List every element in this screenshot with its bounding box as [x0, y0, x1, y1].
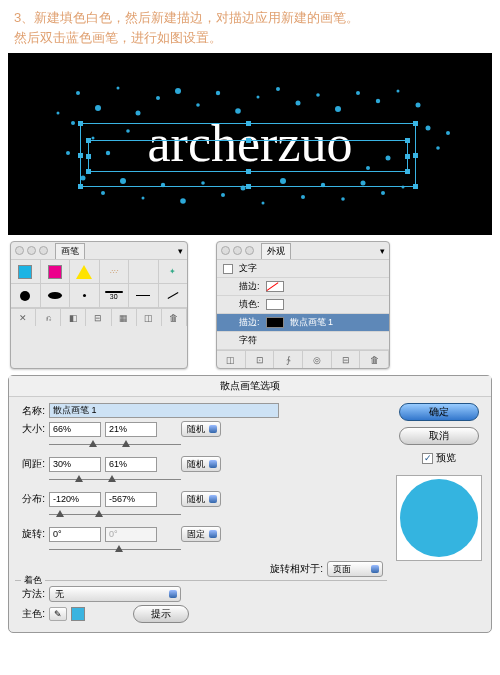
none-icon — [266, 281, 284, 292]
svg-point-6 — [196, 103, 200, 107]
brush-swatch[interactable] — [70, 284, 100, 307]
relative-dropdown[interactable]: 页面 — [327, 561, 383, 577]
size-mode[interactable]: 随机 — [181, 421, 221, 437]
spacing-mode[interactable]: 随机 — [181, 456, 221, 472]
svg-point-28 — [180, 198, 186, 204]
appear-type-row: 文字 — [217, 260, 389, 278]
appear-stroke-row[interactable]: 描边: — [217, 278, 389, 296]
fill-swatch — [266, 299, 284, 310]
svg-point-1 — [95, 105, 101, 111]
scatter-input-1[interactable]: -120% — [49, 492, 101, 507]
svg-point-4 — [156, 96, 160, 100]
svg-point-9 — [257, 96, 260, 99]
spacing-input-2[interactable]: 61% — [105, 457, 157, 472]
appear-fill-row[interactable]: 填色: — [217, 296, 389, 314]
brush-row-2: 30 — [11, 284, 187, 308]
color-method[interactable]: 无 — [49, 586, 181, 602]
key-color-swatch[interactable] — [71, 607, 85, 621]
panel-menu-icon[interactable]: ▾ — [380, 246, 385, 256]
appear-stroke-selected[interactable]: 描边:散点画笔 1 — [217, 314, 389, 332]
name-input[interactable]: 散点画笔 1 — [49, 403, 279, 418]
tool-icon[interactable]: ⎌ — [36, 309, 61, 326]
svg-point-26 — [142, 197, 145, 200]
brush-swatch[interactable] — [41, 260, 71, 283]
size-input-2[interactable]: 21% — [105, 422, 157, 437]
svg-point-24 — [101, 191, 105, 195]
window-buttons[interactable] — [15, 246, 48, 255]
new-brush-icon[interactable]: ◫ — [137, 309, 162, 326]
svg-point-36 — [341, 197, 345, 201]
swatch-icon — [223, 264, 233, 274]
scatter-mode[interactable]: 随机 — [181, 491, 221, 507]
tool-icon[interactable]: ▦ — [112, 309, 137, 326]
brush-swatch[interactable] — [41, 284, 71, 307]
appear-char-row[interactable]: 字符 — [217, 332, 389, 350]
ok-button[interactable]: 确定 — [399, 403, 479, 421]
window-buttons[interactable] — [221, 246, 254, 255]
scatter-slider[interactable] — [49, 510, 181, 520]
rotate-input-2: 0° — [105, 527, 157, 542]
svg-point-7 — [216, 91, 220, 95]
preview-checkbox[interactable]: ✓预览 — [422, 451, 456, 465]
svg-point-20 — [426, 126, 431, 131]
svg-point-34 — [301, 195, 305, 199]
svg-point-0 — [76, 91, 80, 95]
preview-box — [396, 475, 482, 561]
eyedropper-icon[interactable]: ✎ — [49, 607, 67, 621]
tool-icon[interactable]: ◫ — [217, 351, 246, 368]
brush-swatch[interactable]: ✦ — [159, 260, 188, 283]
svg-point-30 — [221, 193, 225, 197]
cancel-button[interactable]: 取消 — [399, 427, 479, 445]
svg-point-32 — [262, 202, 265, 205]
svg-point-11 — [296, 101, 301, 106]
stroke-swatch — [266, 317, 284, 328]
appearance-panel[interactable]: 外观▾ 文字 描边: 填色: 描边:散点画笔 1 字符 ◫⊡∱◎⊟🗑 — [216, 241, 390, 369]
artboard[interactable]: archerzuo — [8, 53, 492, 235]
rotate-slider[interactable] — [49, 545, 181, 555]
tool-icon[interactable]: ∱ — [274, 351, 303, 368]
brush-swatch[interactable] — [159, 284, 188, 307]
tool-icon[interactable]: ◎ — [303, 351, 332, 368]
svg-point-18 — [71, 121, 75, 125]
panel-menu-icon[interactable]: ▾ — [178, 246, 183, 256]
scatter-input-2[interactable]: -567% — [105, 492, 157, 507]
tool-icon[interactable]: ⊟ — [332, 351, 361, 368]
svg-point-12 — [316, 93, 320, 97]
svg-point-44 — [57, 112, 60, 115]
brush-swatch[interactable] — [11, 284, 41, 307]
brushes-panel[interactable]: 画笔▾ ∴∵ ✦ 30 ✕⎌◧⊟▦◫🗑 — [10, 241, 188, 369]
spacing-slider[interactable] — [49, 475, 181, 485]
trash-icon[interactable]: 🗑 — [360, 351, 389, 368]
spacing-input-1[interactable]: 30% — [49, 457, 101, 472]
tool-icon[interactable]: ✕ — [11, 309, 36, 326]
brush-swatch[interactable] — [129, 284, 159, 307]
panel-toolbar: ✕⎌◧⊟▦◫🗑 — [11, 308, 187, 326]
brush-swatch[interactable] — [129, 260, 159, 283]
rotate-input-1[interactable]: 0° — [49, 527, 101, 542]
tool-icon[interactable]: ⊡ — [246, 351, 275, 368]
tab-appearance[interactable]: 外观 — [261, 243, 291, 259]
size-input-1[interactable]: 66% — [49, 422, 101, 437]
hint-button[interactable]: 提示 — [133, 605, 189, 623]
size-slider[interactable] — [49, 440, 181, 450]
tool-icon[interactable]: ◧ — [61, 309, 86, 326]
svg-point-45 — [446, 131, 450, 135]
svg-point-17 — [416, 103, 421, 108]
brush-swatch[interactable] — [70, 260, 100, 283]
svg-point-13 — [335, 106, 341, 112]
svg-point-22 — [436, 146, 440, 150]
brush-swatch[interactable]: 30 — [100, 284, 130, 307]
preview-circle — [400, 479, 478, 557]
brush-row-1: ∴∵ ✦ — [11, 260, 187, 284]
tool-icon[interactable]: ⊟ — [86, 309, 111, 326]
svg-point-5 — [175, 88, 181, 94]
brush-swatch[interactable]: ∴∵ — [100, 260, 130, 283]
svg-point-8 — [235, 108, 241, 114]
rotate-mode[interactable]: 固定 — [181, 526, 221, 542]
svg-point-3 — [136, 111, 141, 116]
svg-point-21 — [66, 151, 70, 155]
brush-swatch[interactable] — [11, 260, 41, 283]
svg-point-10 — [276, 87, 280, 91]
tab-brushes[interactable]: 画笔 — [55, 243, 85, 259]
trash-icon[interactable]: 🗑 — [162, 309, 187, 326]
